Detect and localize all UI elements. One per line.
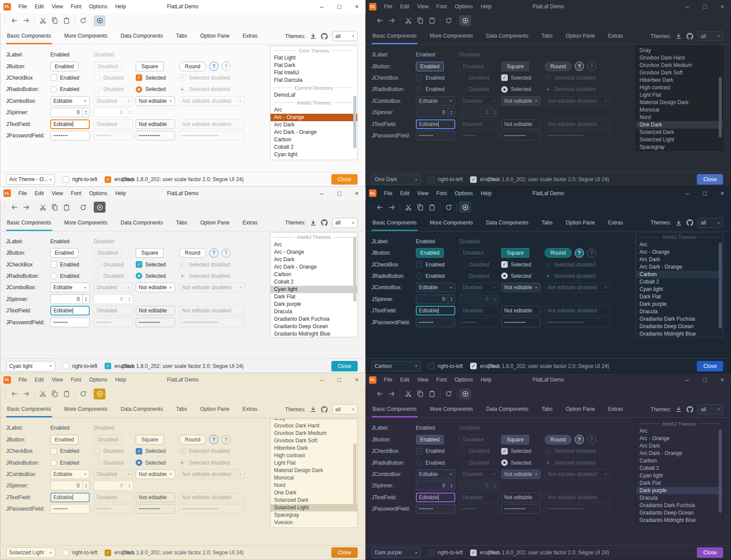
tab-option-pane[interactable]: Option Pane [565,403,596,417]
minimize-button[interactable]: – [313,0,330,13]
help-button[interactable]: ? [575,435,584,444]
spinner[interactable]: 0▲▼ [50,481,90,490]
theme-list-item-cobalt-2[interactable]: Cobalt 2 [271,144,357,151]
theme-list-item-monocai[interactable]: Monocai [636,106,723,114]
radio-enabled[interactable] [50,86,57,93]
menu-item-font[interactable]: Font [432,190,451,196]
square-button[interactable]: Square [501,248,529,258]
cut-icon[interactable] [402,15,414,26]
theme-list-item-arc-dark-orange[interactable]: Arc Dark - Orange [636,450,723,457]
combobox-editable[interactable]: Editable▼ [50,96,90,106]
back-icon[interactable] [8,202,20,213]
minimize-button[interactable]: – [313,187,330,200]
theme-list-item-gruvbox-dark-hard[interactable]: Gruvbox Dark Hard [636,54,723,62]
eye-icon[interactable] [94,388,105,399]
theme-list-item-solarized-dark[interactable]: Solarized Dark [636,129,723,136]
combobox-not-editable[interactable]: Not editable▼ [501,96,541,106]
refresh-icon[interactable] [77,202,89,213]
paste-icon[interactable] [60,15,72,26]
menu-item-font[interactable]: Font [67,4,85,10]
theme-list-item-gruvbox-dark-hard[interactable]: Gruvbox Dark Hard [271,422,357,430]
round-button[interactable]: Round [179,435,206,444]
forward-icon[interactable] [20,15,32,26]
theme-list-item-cyan-light[interactable]: Cyan light [636,472,723,480]
menu-item-edit[interactable]: Edit [396,377,413,383]
theme-list-item-spacegray[interactable]: Spacegray [636,144,723,150]
copy-icon[interactable] [49,388,60,399]
checkbox-enabled[interactable] [50,448,57,455]
maximize-button[interactable]: □ [330,373,348,386]
window-close-button[interactable]: × [348,373,366,386]
theme-filter-combo[interactable]: all ▼ [332,404,358,414]
textfield-not-editable[interactable]: Not editable [501,119,541,129]
theme-list-item-arc-dark-orange[interactable]: Arc Dark - Orange [636,263,723,271]
menu-item-options[interactable]: Options [85,190,111,196]
spinner-arrows[interactable]: ▲▼ [82,481,89,490]
toolbar-grip[interactable]: ⋮ [3,391,7,397]
menu-item-view[interactable]: View [48,190,67,196]
theme-combo[interactable]: Carbon ▼ [372,361,421,371]
theme-list-item-arc-dark[interactable]: Arc Dark [636,256,723,263]
checkbox-enabled[interactable] [50,74,57,81]
download-icon[interactable] [675,220,682,226]
theme-filter-combo[interactable]: all ▼ [332,218,358,228]
theme-filter-combo[interactable]: all ▼ [698,31,723,41]
download-icon[interactable] [675,33,682,39]
enabled-button[interactable]: Enabled [416,62,444,71]
menu-item-help[interactable]: Help [111,190,130,196]
menu-item-help[interactable]: Help [111,377,130,383]
menu-item-options[interactable]: Options [451,4,477,10]
theme-list-item-light-flat[interactable]: Light Flat [271,459,357,467]
menu-item-edit[interactable]: Edit [31,377,48,383]
passwordfield[interactable]: •••••••• [50,504,90,514]
back-icon[interactable] [374,15,386,26]
enabled-button[interactable]: Enabled [416,248,444,258]
combobox-not-editable[interactable]: Not editable▼ [501,469,541,479]
theme-list-item-dracula[interactable]: Dracula [636,494,723,502]
tab-basic-components[interactable]: Basic Components [6,403,52,417]
menu-item-file[interactable]: File [380,377,396,383]
theme-list-item-arc[interactable]: Arc [636,427,723,435]
textfield-editable[interactable]: Editable [50,119,90,129]
copy-icon[interactable] [414,15,426,26]
close-dialog-button[interactable]: Close [331,361,358,371]
right-to-left-checkbox[interactable] [63,176,69,183]
passwordfield-not-editable[interactable]: •••••••••••• [136,504,175,514]
paste-icon[interactable] [426,202,438,213]
theme-list-item-arc[interactable]: Arc [271,241,357,248]
enabled-checkbox[interactable] [470,550,477,556]
scrollbar-thumb[interactable] [353,443,356,504]
combobox-not-editable[interactable]: Not editable▼ [136,283,175,292]
theme-list-item-nord[interactable]: Nord [636,114,723,121]
radio-enabled[interactable] [416,86,422,93]
radio-enabled[interactable] [50,273,57,279]
radio-enabled[interactable] [50,459,57,466]
download-icon[interactable] [310,220,316,226]
maximize-button[interactable]: □ [696,373,713,386]
radio-selected[interactable] [501,86,508,93]
menu-item-file[interactable]: File [14,4,31,10]
tab-tabs[interactable]: Tabs [541,217,553,231]
theme-combo[interactable]: Arc Theme - O... ▼ [6,174,55,185]
theme-list-item-arc-orange[interactable]: Arc - Orange [636,435,723,442]
theme-list-item-gruvbox-dark-medium[interactable]: Gruvbox Dark Medium [271,430,357,437]
menu-item-view[interactable]: View [48,4,67,10]
textfield-editable[interactable]: Editable [50,493,90,502]
theme-list-item-high-contrast[interactable]: High contrast [636,84,723,91]
tab-more-components[interactable]: More Components [63,403,109,417]
github-icon[interactable] [321,219,328,226]
theme-list-item-carbon[interactable]: Carbon [271,136,357,144]
combobox-editable[interactable]: Editable▼ [416,469,455,479]
paste-icon[interactable] [60,202,72,213]
menu-item-font[interactable]: Font [432,377,451,383]
enabled-button[interactable]: Enabled [50,62,78,71]
enabled-checkbox[interactable] [105,363,111,369]
close-dialog-button[interactable]: Close [331,174,358,185]
forward-icon[interactable] [20,388,32,399]
menu-item-options[interactable]: Options [451,190,477,196]
theme-list-item-gray[interactable]: Gray [636,47,723,54]
toolbar-grip[interactable]: ⋮ [368,391,373,397]
github-icon[interactable] [686,33,693,40]
right-to-left-checkbox[interactable] [63,550,69,556]
theme-combo[interactable]: One Dark ▼ [372,174,421,185]
